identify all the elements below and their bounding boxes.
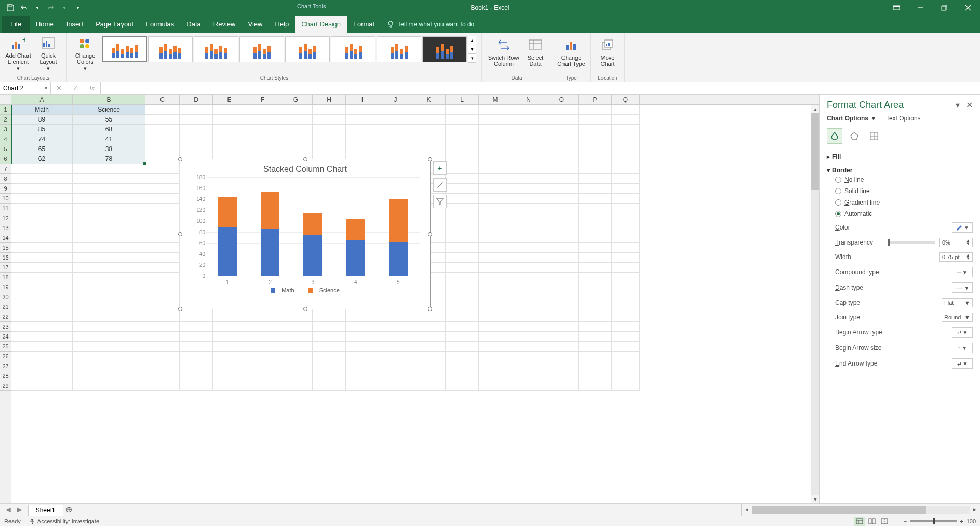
dash-type-select[interactable]: ── ▼ xyxy=(952,282,973,293)
row-header[interactable]: 12 xyxy=(0,213,11,223)
cell[interactable] xyxy=(145,371,180,381)
cell[interactable] xyxy=(479,381,512,391)
cell[interactable] xyxy=(479,302,512,312)
cell[interactable] xyxy=(545,233,579,243)
row-header[interactable]: 11 xyxy=(0,204,11,213)
cell[interactable] xyxy=(73,312,145,322)
cell[interactable] xyxy=(412,105,446,115)
cell[interactable] xyxy=(313,134,346,144)
cell[interactable] xyxy=(579,105,612,115)
cell[interactable] xyxy=(213,134,246,144)
view-page-layout-icon[interactable] xyxy=(866,517,878,526)
cell[interactable] xyxy=(545,223,579,233)
resize-handle[interactable] xyxy=(178,157,182,161)
cell[interactable] xyxy=(145,134,180,144)
tab-text-options[interactable]: Text Options xyxy=(886,115,921,122)
cell[interactable] xyxy=(180,352,213,361)
cell[interactable] xyxy=(612,194,640,204)
pane-dropdown-icon[interactable]: ▾ xyxy=(956,100,960,110)
styles-scroll-up-icon[interactable]: ▲ xyxy=(468,36,476,45)
cell[interactable] xyxy=(612,381,640,391)
cell[interactable] xyxy=(579,134,612,144)
tab-insert[interactable]: Insert xyxy=(60,16,90,33)
cell[interactable] xyxy=(379,342,412,352)
tab-view[interactable]: View xyxy=(241,16,269,33)
cell[interactable] xyxy=(545,154,579,164)
cell[interactable] xyxy=(479,194,512,204)
bar-stack[interactable]: 2 xyxy=(261,192,279,276)
cell[interactable] xyxy=(145,194,180,204)
cell[interactable] xyxy=(545,371,579,381)
column-header[interactable]: A xyxy=(11,95,73,104)
row-header[interactable]: 17 xyxy=(0,263,11,273)
cell[interactable] xyxy=(346,312,379,322)
cell[interactable] xyxy=(446,322,479,332)
row-header[interactable]: 24 xyxy=(0,332,11,342)
save-icon[interactable] xyxy=(5,3,16,13)
cell[interactable] xyxy=(412,144,446,154)
cell[interactable] xyxy=(73,322,145,332)
cell[interactable] xyxy=(512,184,545,194)
cell[interactable] xyxy=(446,134,479,144)
cell[interactable] xyxy=(11,292,73,302)
name-box[interactable]: Chart 2▼ xyxy=(0,82,51,94)
cell[interactable] xyxy=(279,381,313,391)
row-header[interactable]: 10 xyxy=(0,194,11,204)
cell[interactable]: 89 xyxy=(11,115,73,125)
cell[interactable] xyxy=(11,361,73,371)
cell[interactable] xyxy=(145,273,180,282)
row-header[interactable]: 3 xyxy=(0,125,11,134)
tab-chart-options[interactable]: Chart Options ▼ xyxy=(827,115,877,122)
cell[interactable] xyxy=(11,322,73,332)
cell[interactable] xyxy=(279,322,313,332)
cell[interactable] xyxy=(73,273,145,282)
cell[interactable] xyxy=(512,164,545,174)
cell[interactable] xyxy=(545,292,579,302)
cell[interactable] xyxy=(213,332,246,342)
cell[interactable] xyxy=(11,381,73,391)
cell[interactable] xyxy=(145,223,180,233)
bar-segment[interactable] xyxy=(218,227,237,276)
cell[interactable] xyxy=(512,371,545,381)
cell[interactable] xyxy=(512,105,545,115)
cell[interactable] xyxy=(180,322,213,332)
cell[interactable] xyxy=(612,243,640,253)
cell[interactable] xyxy=(446,312,479,322)
cell[interactable] xyxy=(545,342,579,352)
cell[interactable]: 78 xyxy=(73,154,145,164)
redo-dropdown-icon[interactable] xyxy=(59,3,70,13)
row-header[interactable]: 8 xyxy=(0,174,11,184)
cell[interactable] xyxy=(446,381,479,391)
bar-segment[interactable] xyxy=(389,199,408,241)
cell[interactable] xyxy=(313,144,346,154)
cell[interactable] xyxy=(73,302,145,312)
cell[interactable] xyxy=(612,371,640,381)
cell[interactable] xyxy=(579,322,612,332)
cell[interactable] xyxy=(279,134,313,144)
cell[interactable] xyxy=(73,243,145,253)
width-input[interactable]: 0.75 pt▲▼ xyxy=(939,252,973,262)
cell[interactable] xyxy=(579,302,612,312)
cell[interactable] xyxy=(612,105,640,115)
cancel-formula-icon[interactable]: ✕ xyxy=(56,84,62,92)
cell[interactable] xyxy=(612,134,640,144)
cell[interactable] xyxy=(313,342,346,352)
cell[interactable] xyxy=(479,243,512,253)
cell[interactable] xyxy=(479,233,512,243)
cell[interactable] xyxy=(545,361,579,371)
bar-stack[interactable]: 3 xyxy=(303,213,322,276)
cell[interactable] xyxy=(512,322,545,332)
cell[interactable] xyxy=(145,204,180,213)
cell[interactable] xyxy=(279,332,313,342)
cell[interactable] xyxy=(579,243,612,253)
cell[interactable] xyxy=(579,154,612,164)
cell[interactable] xyxy=(479,273,512,282)
row-header[interactable]: 23 xyxy=(0,322,11,332)
cell[interactable] xyxy=(213,125,246,134)
row-header[interactable]: 27 xyxy=(0,361,11,371)
resize-handle[interactable] xyxy=(303,307,307,311)
move-chart-button[interactable]: Move Chart xyxy=(595,35,620,71)
cell[interactable] xyxy=(145,332,180,342)
cell[interactable] xyxy=(213,371,246,381)
bar-segment[interactable] xyxy=(261,229,279,276)
